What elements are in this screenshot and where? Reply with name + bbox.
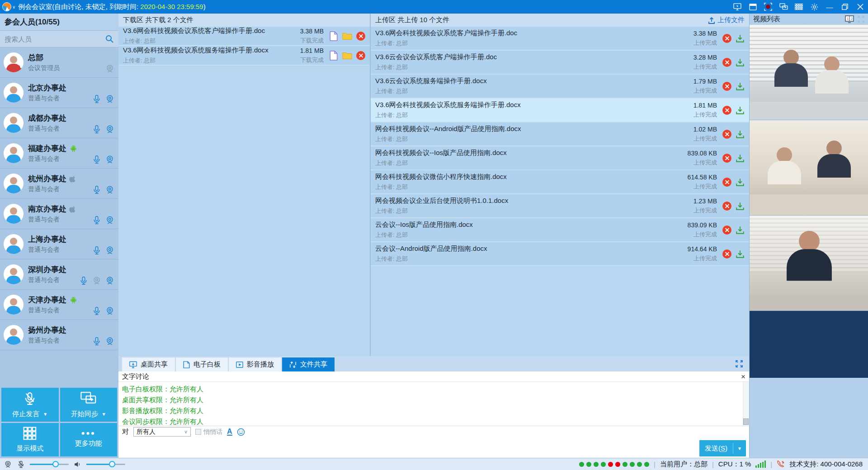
webcam-icon[interactable] <box>105 185 115 195</box>
settings-gear-icon[interactable] <box>807 0 822 14</box>
download-file-icon[interactable] <box>736 106 745 115</box>
webcam-icon[interactable] <box>105 94 115 104</box>
mic-icon[interactable] <box>92 215 102 225</box>
display-mode-button[interactable]: 显示模式 <box>1 423 59 457</box>
delete-icon[interactable] <box>356 51 365 60</box>
webcam-off-icon[interactable] <box>92 276 102 286</box>
webcam-icon[interactable] <box>105 336 115 346</box>
download-file-icon[interactable] <box>736 202 745 211</box>
upload-file-row[interactable]: V3.6云会议系统服务端操作手册.docx 上传者: 总部 1.79 MB 上传… <box>371 75 749 99</box>
webcam-icon[interactable] <box>105 276 115 286</box>
dropdown-arrow-icon[interactable]: ▼ <box>43 412 47 417</box>
participant-row[interactable]: 上海办事处 普通与会者 <box>0 229 118 259</box>
upload-file-row[interactable]: 云会议--Ios版产品使用指南.docx 上传者: 总部 839.09 KB 上… <box>371 218 749 242</box>
dropdown-arrow-icon[interactable]: ▼ <box>102 412 106 417</box>
search-input[interactable] <box>5 35 105 43</box>
participant-search[interactable] <box>0 31 118 47</box>
delete-icon[interactable] <box>722 249 731 258</box>
download-file-icon[interactable] <box>736 154 745 163</box>
participant-row[interactable]: 福建办事处 普通与会者 <box>0 138 118 169</box>
upload-file-row[interactable]: V3.6网会科技视频会议系统客户端操作手册.doc 上传者: 总部 3.38 M… <box>371 27 749 51</box>
mic-icon[interactable] <box>92 155 102 164</box>
delete-icon[interactable] <box>722 58 731 67</box>
mic-icon[interactable] <box>79 276 89 286</box>
mic-icon[interactable] <box>92 124 102 134</box>
webcam-status-icon[interactable] <box>4 460 12 469</box>
tab-media-play[interactable]: 影音播放 <box>229 357 281 371</box>
video-thumbnail[interactable] <box>750 25 868 120</box>
presenter-window-icon[interactable] <box>745 0 760 14</box>
video-thumbnail[interactable] <box>750 216 868 311</box>
video-thumbnail[interactable] <box>750 120 868 216</box>
open-file-icon[interactable] <box>329 31 338 41</box>
upload-file-link[interactable]: 上传文件 <box>708 16 745 24</box>
chevron-down-icon[interactable]: ∨ <box>12 5 15 9</box>
video-layout-icon[interactable]: 12 <box>845 15 854 23</box>
whisper-checkbox[interactable]: 悄悄话 <box>195 428 222 436</box>
chat-scrollbar[interactable] <box>743 382 749 426</box>
open-folder-icon[interactable] <box>342 32 352 40</box>
delete-icon[interactable] <box>356 32 365 41</box>
recipient-select[interactable]: 所有人 ∨ <box>133 427 191 437</box>
delete-icon[interactable] <box>722 154 731 163</box>
mic-muted-status-icon[interactable] <box>17 460 25 469</box>
close-icon[interactable]: × <box>741 373 745 381</box>
mic-icon[interactable] <box>92 94 102 104</box>
mic-icon[interactable] <box>92 336 102 346</box>
more-functions-button[interactable]: ••• 更多功能 <box>60 423 118 457</box>
upload-file-row[interactable]: 网会视频会议企业后台使用说明书1.0.1.docx 上传者: 总部 1.23 M… <box>371 194 749 218</box>
webcam-icon[interactable] <box>105 124 115 134</box>
upload-file-row[interactable]: V3.6网会科技视频会议系统服务端操作手册.docx 上传者: 总部 1.81 … <box>371 99 749 122</box>
start-sync-button[interactable]: 开始同步▼ <box>60 388 118 422</box>
delete-icon[interactable] <box>722 82 731 91</box>
open-folder-icon[interactable] <box>342 51 352 60</box>
tab-desktop-share[interactable]: 桌面共享 <box>122 357 175 371</box>
upload-file-row[interactable]: 云会议--Android版产品使用指南.docx 上传者: 总部 914.64 … <box>371 242 749 266</box>
webcam-icon[interactable] <box>105 245 115 255</box>
participant-row[interactable]: 杭州办事处 普通与会者 <box>0 169 118 199</box>
participant-row[interactable]: 天津办事处 普通与会者 <box>0 290 118 320</box>
mic-volume-slider[interactable] <box>30 464 69 465</box>
webcam-icon[interactable] <box>105 306 115 316</box>
open-file-icon[interactable] <box>329 51 338 61</box>
mic-icon[interactable] <box>92 185 102 195</box>
participant-row[interactable]: 成都办事处 普通与会者 <box>0 108 118 138</box>
expand-icon[interactable] <box>858 16 864 23</box>
download-file-icon[interactable] <box>736 34 745 43</box>
emoji-icon[interactable] <box>237 428 245 436</box>
slider-thumb[interactable] <box>52 461 59 467</box>
upload-file-row[interactable]: 网会科技视频会议--Ios版产品使用指南.docx 上传者: 总部 839.08… <box>371 146 749 170</box>
speaker-volume-slider[interactable] <box>86 464 125 465</box>
tab-whiteboard[interactable]: 电子白板 <box>176 357 228 371</box>
mic-icon[interactable] <box>92 306 102 316</box>
maximize-button[interactable] <box>837 0 853 14</box>
delete-icon[interactable] <box>722 106 731 115</box>
download-file-row[interactable]: V3.6网会科技视频会议系统服务端操作手册.docx 上传者: 总部 1.81 … <box>118 46 370 66</box>
search-icon[interactable] <box>105 34 114 43</box>
delete-icon[interactable] <box>722 202 731 211</box>
upload-file-row[interactable]: 网会科技视频会议微信小程序快速指南.docx 上传者: 总部 614.58 KB… <box>371 170 749 194</box>
mic-icon[interactable] <box>92 245 102 255</box>
screen-share-icon[interactable] <box>730 0 745 14</box>
download-file-icon[interactable] <box>736 249 745 258</box>
network-share-icon[interactable] <box>776 0 791 14</box>
participant-row[interactable]: 北京办事处 普通与会者 <box>0 78 118 108</box>
delete-icon[interactable] <box>722 178 731 187</box>
upload-file-row[interactable]: V3.6云会议会议系统客户端操作手册.doc 上传者: 总部 3.28 MB 上… <box>371 51 749 75</box>
scrollbar-thumb[interactable] <box>743 418 749 425</box>
close-button[interactable] <box>853 0 868 14</box>
webcam-off-icon[interactable] <box>105 64 115 74</box>
slider-thumb[interactable] <box>109 461 115 467</box>
dialpad-grid-icon[interactable] <box>791 0 807 14</box>
webcam-icon[interactable] <box>105 215 115 225</box>
upload-file-row[interactable]: 网会科技视频会议--Android版产品使用指南.docx 上传者: 总部 1.… <box>371 122 749 146</box>
download-file-icon[interactable] <box>736 130 745 139</box>
font-settings-icon[interactable]: A <box>227 428 232 436</box>
download-file-row[interactable]: V3.6网会科技视频会议系统客户端操作手册.doc 上传者: 总部 3.38 M… <box>118 27 370 46</box>
delete-icon[interactable] <box>722 226 731 235</box>
webcam-icon[interactable] <box>105 155 115 164</box>
checkbox-icon[interactable] <box>195 429 201 435</box>
tab-file-share[interactable]: 文件共享 <box>282 357 335 371</box>
download-file-icon[interactable] <box>736 178 745 187</box>
download-file-icon[interactable] <box>736 226 745 235</box>
